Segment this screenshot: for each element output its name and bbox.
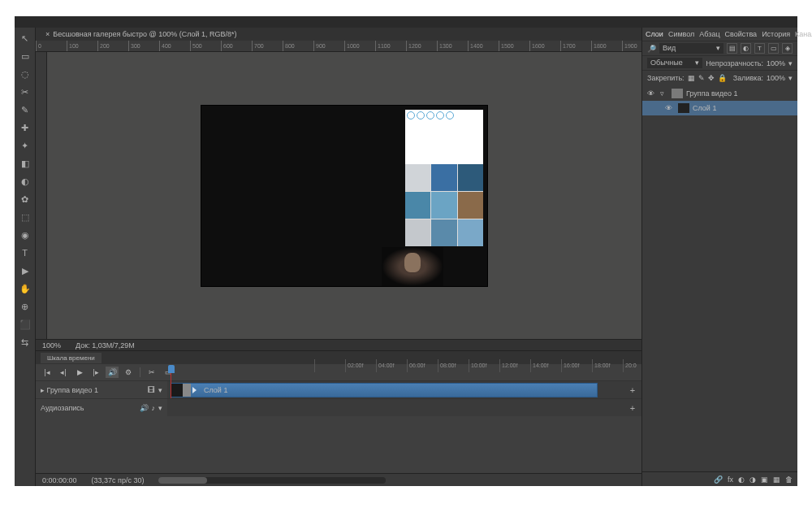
ruler-horizontal: 0100200300400500600700800900100011001200…: [36, 41, 641, 52]
tool-brush[interactable]: ✦: [18, 138, 32, 153]
tool-shape[interactable]: ◉: [18, 228, 32, 242]
zoom-level[interactable]: 100%: [42, 341, 61, 350]
chevron-down-icon[interactable]: ▾: [158, 386, 162, 394]
add-media-button[interactable]: +: [627, 384, 638, 396]
filter-icon[interactable]: ▭: [768, 43, 779, 54]
tool-zoom[interactable]: ⊕: [18, 299, 32, 314]
document-title: Бесшовная галерея быстро @ 100% (Слой 1,…: [53, 30, 236, 38]
canvas-area[interactable]: [47, 52, 641, 339]
tool-pen[interactable]: ⬚: [18, 210, 32, 224]
tool-palette: ↖ ▭ ◌ ✂ ✎ ✚ ✦ ◧ ◐ ✿ ⬚ ◉ T ▶ ✋ ⊕ ⬛ ⇆: [15, 28, 36, 486]
timeline-zoom-slider[interactable]: [158, 477, 386, 484]
clip-thumbnail: [171, 384, 191, 397]
tool-swap[interactable]: ⇆: [18, 335, 32, 350]
timeline-tab[interactable]: Шкала времени: [41, 353, 102, 363]
filter-icon[interactable]: ▤: [727, 43, 737, 54]
chevron-down-icon[interactable]: ▿: [660, 89, 668, 98]
split-button[interactable]: ✂: [145, 367, 158, 378]
video-track-header[interactable]: ▸ Группа видео 1 🎞▾: [36, 386, 167, 394]
fx-icon[interactable]: fx: [728, 475, 733, 484]
artboard: [201, 106, 487, 286]
adjust-icon[interactable]: ◑: [749, 475, 756, 484]
lock-all-icon[interactable]: 🔒: [718, 74, 727, 82]
film-icon[interactable]: 🎞: [148, 386, 155, 394]
lock-pixels-icon[interactable]: ▦: [688, 74, 695, 82]
tab-properties[interactable]: Свойства: [725, 30, 758, 38]
tool-hand[interactable]: ✋: [18, 281, 32, 296]
audio-track-header[interactable]: Аудиозапись 🔊♪▾: [36, 404, 167, 412]
doc-info: Док: 1,03M/7,29M: [76, 341, 135, 350]
visibility-icon[interactable]: 👁: [665, 104, 675, 112]
ruler-vertical: [36, 52, 47, 339]
tab-channels[interactable]: Каналы: [795, 30, 812, 38]
video-clip[interactable]: Слой 1: [171, 383, 598, 397]
new-layer-icon[interactable]: ▦: [773, 475, 780, 484]
lock-brush-icon[interactable]: ✎: [698, 74, 705, 82]
tool-blur[interactable]: ✿: [18, 192, 32, 206]
filter-icon[interactable]: ◈: [782, 43, 793, 54]
opacity-value[interactable]: 100%: [767, 59, 785, 67]
filter-icon[interactable]: T: [754, 43, 765, 54]
canvas-status: 100% Док: 1,03M/7,29M: [36, 339, 641, 350]
tool-heal[interactable]: ✚: [18, 120, 32, 135]
tab-history[interactable]: История: [762, 30, 790, 38]
tool-lasso[interactable]: ◌: [18, 67, 32, 81]
fps-info: (33,37с пр/с 30): [92, 476, 145, 484]
trash-icon[interactable]: 🗑: [785, 475, 793, 484]
music-icon[interactable]: ♪: [152, 404, 156, 412]
tool-move[interactable]: ↖: [18, 31, 32, 46]
timeline-ruler[interactable]: 02:00f04:00f06:00f08:00f10:00f12:00f14:0…: [314, 359, 637, 372]
chevron-down-icon[interactable]: ▾: [158, 404, 162, 412]
panel-tabs: Слои Символ Абзац Свойства История Канал…: [642, 28, 797, 41]
document-tab[interactable]: × Бесшовная галерея быстро @ 100% (Слой …: [36, 28, 641, 41]
tab-character[interactable]: Символ: [668, 30, 694, 38]
link-icon[interactable]: 🔗: [714, 475, 723, 484]
app-window: ↖ ▭ ◌ ✂ ✎ ✚ ✦ ◧ ◐ ✿ ⬚ ◉ T ▶ ✋ ⊕ ⬛ ⇆ × Бе…: [15, 16, 797, 486]
timeline-footer: 0:00:00:00 (33,37с пр/с 30): [36, 473, 641, 486]
tool-type[interactable]: T: [18, 245, 32, 260]
timeline-toolbar: |◂ ◂| ▶ |▸ 🔊 ⚙ ✂ ▭ 02:00f04:00f06:00f08:…: [36, 364, 641, 380]
menu-bar[interactable]: [15, 16, 797, 28]
video-track[interactable]: Слой 1 +: [167, 381, 641, 398]
layers-panel: Слои Символ Абзац Свойства История Канал…: [641, 28, 797, 486]
play-icon: [192, 387, 197, 393]
settings-button[interactable]: ⚙: [122, 367, 135, 378]
playhead[interactable]: [171, 368, 171, 398]
group-icon[interactable]: ▣: [761, 475, 768, 484]
presenter-webcam: [382, 247, 443, 286]
folder-icon: [672, 89, 683, 98]
filter-icon[interactable]: ◐: [741, 43, 751, 54]
fill-value[interactable]: 100%: [767, 74, 785, 82]
tool-stamp[interactable]: ◧: [18, 156, 32, 171]
tool-marquee[interactable]: ▭: [18, 49, 32, 63]
tool-swatch[interactable]: ⬛: [18, 317, 32, 332]
tab-paragraph[interactable]: Абзац: [699, 30, 719, 38]
tool-eyedropper[interactable]: ✎: [18, 102, 32, 117]
lock-pos-icon[interactable]: ✥: [708, 74, 715, 82]
close-icon[interactable]: ×: [45, 30, 50, 38]
layer-filter[interactable]: Вид▾: [659, 43, 723, 54]
mute-button[interactable]: 🔊: [106, 367, 119, 378]
next-frame-button[interactable]: |▸: [89, 367, 102, 378]
visibility-icon[interactable]: 👁: [647, 89, 657, 98]
audio-track[interactable]: +: [167, 399, 641, 416]
prev-frame-button[interactable]: ◂|: [57, 367, 70, 378]
timecode[interactable]: 0:00:00:00: [42, 476, 77, 484]
tool-gradient[interactable]: ◐: [18, 174, 32, 189]
video-preview: [405, 110, 483, 246]
timeline-panel: Шкала времени |◂ ◂| ▶ |▸ 🔊 ⚙ ✂ ▭ 02:00f0…: [36, 350, 641, 486]
timeline-tracks: ▸ Группа видео 1 🎞▾ Слой 1 +: [36, 380, 641, 473]
layers-footer: 🔗 fx ◐ ◑ ▣ ▦ 🗑: [642, 471, 797, 486]
layer-item[interactable]: 👁 Слой 1: [642, 101, 797, 115]
layer-thumbnail: [678, 103, 689, 113]
mask-icon[interactable]: ◐: [738, 475, 745, 484]
tool-path[interactable]: ▶: [18, 263, 32, 278]
add-audio-button[interactable]: +: [627, 402, 638, 414]
blend-mode[interactable]: Обычные▾: [647, 58, 702, 68]
tool-crop[interactable]: ✂: [18, 85, 32, 99]
volume-icon[interactable]: 🔊: [140, 404, 149, 412]
layer-group[interactable]: 👁 ▿ Группа видео 1: [642, 86, 797, 101]
first-frame-button[interactable]: |◂: [41, 367, 54, 378]
play-button[interactable]: ▶: [73, 367, 86, 378]
tab-layers[interactable]: Слои: [646, 30, 663, 38]
